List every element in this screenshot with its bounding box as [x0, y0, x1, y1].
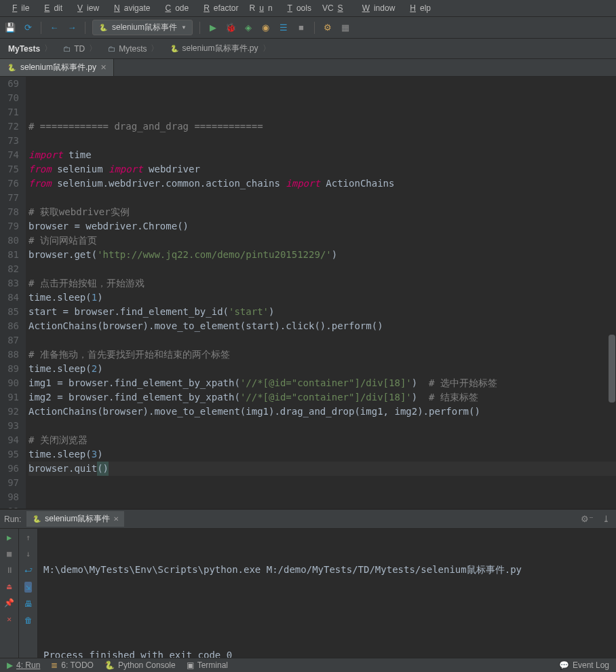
structure-icon[interactable]: ▦	[339, 22, 351, 34]
code-line[interactable]: # 访问网站首页	[28, 234, 616, 248]
coverage-icon[interactable]: ◈	[242, 22, 254, 34]
stop-icon[interactable]: ■	[7, 549, 12, 559]
run-config-selector[interactable]: 🐍 selenium鼠标事件 ▼	[92, 20, 193, 35]
code-line[interactable]	[28, 191, 616, 205]
soft-wrap-icon[interactable]: ⮐	[24, 565, 33, 575]
code-line[interactable]: from selenium.webdriver.common.action_ch…	[28, 176, 616, 191]
status-terminal[interactable]: ▣ Terminal	[187, 660, 228, 670]
menu-vcs[interactable]: VCS	[318, 2, 351, 14]
gutter-line: 85	[4, 305, 19, 319]
menu-tools[interactable]: Tools	[280, 2, 315, 14]
down-icon[interactable]: ↓	[26, 549, 31, 559]
code-line[interactable]: # ============ drag_and_drag ===========…	[28, 119, 616, 134]
print-icon[interactable]: 🖶	[24, 599, 33, 609]
clear-icon[interactable]: 🗑	[24, 616, 33, 625]
debug-icon[interactable]: 🐞	[225, 22, 237, 34]
gutter-line: 81	[4, 248, 19, 262]
code-line[interactable]: img1 = browser.find_element_by_xpath('//…	[28, 376, 616, 390]
save-all-icon[interactable]: 💾	[4, 22, 16, 34]
menu-view[interactable]: View	[69, 2, 103, 14]
todo-icon: ≣	[51, 660, 58, 670]
editor[interactable]: 6970717273747576777879808182838485868788…	[0, 77, 616, 508]
breadcrumb-mytests[interactable]: MyTests〉	[4, 41, 58, 56]
code-line[interactable]	[28, 504, 616, 508]
close-icon[interactable]: ✕	[7, 614, 12, 624]
rerun-icon[interactable]: ▶	[7, 533, 12, 542]
python-icon: 🐍	[32, 515, 41, 524]
breadcrumb-mytests2[interactable]: 🗀Mytests〉	[104, 41, 164, 56]
menu-edit[interactable]: Edit	[36, 2, 66, 14]
settings-icon[interactable]: ⚙	[322, 22, 334, 34]
gear-icon[interactable]: ⚙⁻	[581, 513, 593, 525]
console-output[interactable]: M:\demo\MyTests\Env\Scripts\python.exe M…	[38, 529, 616, 672]
run-body: ▶ ■ ⏸ ⏏ 📌 ✕ ↑ ↓ ⮐ ⇲ 🖶 🗑 M:\demo\MyTests\…	[0, 529, 616, 672]
menu-run[interactable]: Run	[246, 2, 277, 14]
concurrency-icon[interactable]: ☰	[277, 22, 290, 34]
menu-navigate[interactable]: Navigate	[106, 2, 154, 14]
code-area[interactable]: # ============ drag_and_drag ===========…	[26, 77, 616, 508]
code-line[interactable]	[28, 262, 616, 276]
exit-icon[interactable]: ⏏	[7, 582, 12, 591]
scrollbar-vertical[interactable]	[609, 335, 615, 403]
run-icon[interactable]: ▶	[207, 22, 219, 34]
code-line[interactable]: import time	[28, 148, 616, 162]
code-line[interactable]: browser.get('http://www.jq22.com/demo/pi…	[28, 248, 616, 262]
scroll-end-icon[interactable]: ⇲	[24, 582, 32, 593]
close-icon[interactable]: ✕	[113, 515, 119, 523]
code-line[interactable]: # 准备拖动，首先要找到开始和结束的两个标签	[28, 348, 616, 362]
code-line[interactable]: img2 = browser.find_element_by_xpath('//…	[28, 390, 616, 405]
code-line[interactable]: time.sleep(2)	[28, 362, 616, 376]
code-line[interactable]	[28, 419, 616, 433]
pause-icon[interactable]: ⏸	[5, 565, 14, 575]
code-line[interactable]	[28, 476, 616, 490]
menu-help[interactable]: Help	[402, 2, 435, 14]
code-line[interactable]: time.sleep(1)	[28, 291, 616, 305]
stop-icon[interactable]: ■	[295, 22, 307, 34]
toolbar: 💾 ⟳ ← → 🐍 selenium鼠标事件 ▼ ▶ 🐞 ◈ ◉ ☰ ■ ⚙ ▦	[0, 17, 616, 39]
code-line[interactable]: from selenium import webdriver	[28, 162, 616, 176]
menu-bar: FFileile Edit View Navigate Code Refacto…	[0, 0, 616, 17]
gutter-line: 98	[4, 490, 19, 504]
code-line[interactable]: browser.quit()	[28, 462, 616, 476]
code-line[interactable]: time.sleep(3)	[28, 447, 616, 462]
python-icon: 🐍	[7, 63, 16, 73]
forward-icon[interactable]: →	[66, 22, 78, 34]
menu-file[interactable]: FFileile	[4, 2, 33, 14]
gutter-line: 90	[4, 376, 19, 390]
code-line[interactable]: # 点击开始按钮，开始游戏	[28, 276, 616, 291]
menu-window[interactable]: Window	[354, 2, 400, 14]
code-line[interactable]	[28, 333, 616, 348]
gutter-line: 75	[4, 162, 19, 176]
code-line[interactable]	[28, 490, 616, 504]
code-line[interactable]: ActionChains(browser).move_to_element(st…	[28, 319, 616, 333]
back-icon[interactable]: ←	[48, 22, 60, 34]
status-run[interactable]: ▶ 4: Run	[7, 660, 40, 670]
menu-code[interactable]: Code	[157, 2, 193, 14]
gutter-line: 73	[4, 134, 19, 148]
up-icon[interactable]: ↑	[26, 533, 31, 542]
pin-icon[interactable]: 📌	[4, 598, 14, 608]
code-line[interactable]: start = browser.find_element_by_id('star…	[28, 305, 616, 319]
profile-icon[interactable]: ◉	[260, 22, 272, 34]
sync-icon[interactable]: ⟳	[22, 22, 34, 34]
editor-tab-label: selenium鼠标事件.py	[20, 62, 96, 73]
code-line[interactable]: # 关闭浏览器	[28, 433, 616, 447]
gutter-line: 88	[4, 348, 19, 362]
breadcrumb-td[interactable]: 🗀TD〉	[59, 41, 102, 56]
hide-icon[interactable]: ⤓	[600, 513, 612, 525]
code-line[interactable]	[28, 134, 616, 148]
status-todo[interactable]: ≣ 6: TODO	[51, 660, 94, 670]
code-line[interactable]: ActionChains(browser).move_to_element(im…	[28, 405, 616, 419]
run-tab[interactable]: 🐍 selenium鼠标事件 ✕	[26, 511, 124, 527]
code-line[interactable]: # 获取webdriver实例	[28, 205, 616, 219]
status-pyconsole[interactable]: 🐍 Python Console	[104, 660, 176, 670]
gutter-line: 84	[4, 291, 19, 305]
breadcrumb-file[interactable]: 🐍selenium鼠标事件.py〉	[166, 41, 275, 56]
menu-refactor[interactable]: Refactor	[195, 2, 242, 14]
gutter-line: 78	[4, 205, 19, 219]
status-eventlog[interactable]: 💬 Event Log	[559, 660, 609, 670]
close-icon[interactable]: ✕	[100, 63, 107, 72]
code-line[interactable]: browser = webdriver.Chrome()	[28, 219, 616, 234]
editor-tab[interactable]: 🐍 selenium鼠标事件.py ✕	[0, 59, 114, 76]
gutter-line: 76	[4, 176, 19, 191]
